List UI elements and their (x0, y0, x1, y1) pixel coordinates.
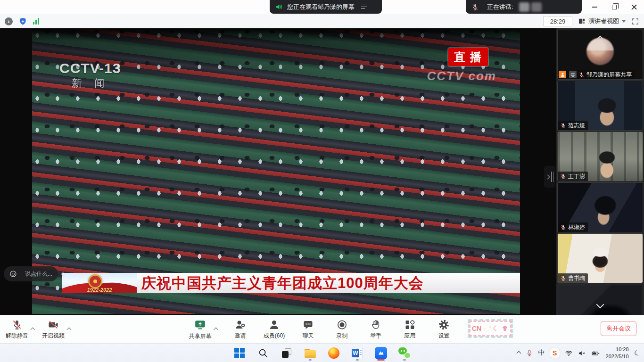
maximize-button[interactable] (604, 0, 624, 14)
participant-name: 范志煜 (568, 122, 585, 130)
quick-chat-bar: 说点什么... (4, 266, 66, 281)
cctv-channel-watermark: CCTV-13 新 闻 (59, 60, 121, 90)
shared-screen-video: CCTV-13 新 闻 直播 CCTV com 1922-2022 庆祝中国共产… (32, 29, 520, 314)
meeting-info-icon[interactable]: i (5, 17, 13, 25)
muted-mic-icon (560, 275, 566, 281)
close-button[interactable] (624, 0, 644, 14)
camera-off-icon (48, 319, 59, 330)
sidebar-collapse-handle[interactable] (544, 166, 555, 188)
raise-hand-icon (371, 319, 382, 330)
title-bar: 您正在观看邹乃潇的屏幕 正在讲话: (0, 0, 644, 14)
avatar (586, 38, 614, 65)
view-mode-dropdown[interactable]: 演讲者视图 (578, 17, 626, 25)
participant-name: 曹书珣 (568, 274, 585, 282)
chat-button[interactable]: 聊天 (297, 316, 320, 343)
live-badge: 直播 (448, 48, 488, 66)
share-screen-button[interactable]: 共享屏幕 (189, 316, 212, 343)
window-controls (585, 0, 644, 14)
word-button[interactable]: W (349, 345, 365, 361)
leave-meeting-button[interactable]: 离开会议 (601, 321, 636, 336)
start-button[interactable] (231, 345, 248, 361)
word-icon: W (352, 347, 363, 359)
task-view-icon (282, 348, 291, 358)
meeting-app-icon (375, 347, 387, 359)
watching-banner-label: 您正在观看邹乃潇的屏幕 (287, 3, 355, 11)
chevron-right-icon (545, 174, 550, 179)
wechat-button[interactable] (396, 345, 413, 361)
settings-button[interactable]: 设置 (433, 316, 455, 343)
volume-muted-icon[interactable] (578, 349, 586, 357)
share-screen-icon (194, 319, 206, 331)
task-view-button[interactable] (279, 345, 295, 361)
watching-screen-banner[interactable]: 您正在观看邹乃潇的屏幕 (270, 0, 382, 14)
time: 10:28 (606, 346, 629, 353)
meeting-app-button[interactable] (373, 345, 389, 361)
youth-league-emblem-badge: 1922-2022 (62, 273, 137, 293)
emblem-icon (88, 274, 102, 288)
participant-tile[interactable] (558, 285, 643, 315)
participant-name: 王丁澎 (568, 173, 585, 181)
ime-skin-panel[interactable]: CN 。 1 ☾ (468, 319, 513, 338)
muted-mic-icon (560, 123, 566, 129)
minimize-button[interactable] (585, 0, 604, 14)
participant-tile[interactable]: 王丁澎 (558, 132, 643, 181)
speaking-avatars (519, 2, 542, 12)
mic-options-chevron[interactable] (31, 327, 35, 332)
participant-tile-presenter[interactable]: 邹乃潇的屏幕共享 (558, 30, 643, 79)
members-button[interactable]: 成员(60) (263, 316, 286, 343)
apps-grid-icon (405, 319, 416, 330)
ime-mode-indicator[interactable]: 中 (538, 349, 545, 357)
banner-menu-icon[interactable] (361, 5, 367, 9)
emoji-icon[interactable] (9, 270, 17, 278)
wechat-icon (398, 347, 411, 359)
speaking-indicator: 正在讲话: (466, 0, 582, 14)
search-icon (258, 348, 268, 358)
chevron-left-icon (61, 272, 66, 276)
speaker-icon (275, 3, 283, 11)
security-shield-icon[interactable] (18, 17, 27, 26)
participant-tile[interactable]: 范志煜 (558, 81, 643, 130)
muted-mic-icon (560, 224, 566, 230)
battery-icon[interactable] (591, 349, 601, 357)
file-explorer-button[interactable] (302, 345, 318, 361)
share-options-chevron[interactable] (214, 327, 218, 332)
participant-tile[interactable]: 曹书珣 (558, 234, 643, 283)
video-options-chevron[interactable] (67, 327, 72, 332)
participant-name: 邹乃潇的屏幕共享 (586, 71, 632, 79)
windows-logo-icon (234, 348, 245, 358)
invite-icon (235, 319, 246, 330)
divider (483, 4, 483, 10)
raise-hand-button[interactable]: 举手 (365, 316, 388, 343)
presenter-icon (559, 71, 566, 78)
tray-mic-icon[interactable] (526, 349, 533, 357)
muted-mic-icon (578, 72, 585, 78)
meeting-info-bar: i 28:29 演讲者视图 (0, 14, 644, 28)
chevron-down-icon (622, 20, 626, 23)
taskbar-clock[interactable]: 10:28 2022/5/10 (606, 346, 629, 360)
do-not-disturb-moon-icon[interactable]: ☾ (633, 348, 642, 358)
participant-tile[interactable]: 林湘婷 (558, 183, 643, 232)
record-button[interactable]: 录制 (331, 316, 354, 343)
muted-mic-icon (11, 319, 23, 330)
apps-button[interactable]: 应用 (399, 316, 421, 343)
broadcast-caption-banner: 1922-2022 庆祝中国共产主义青年团成立100周年大会 (62, 273, 520, 293)
participant-name: 林湘婷 (568, 223, 585, 231)
muted-mic-icon (471, 3, 479, 11)
chat-collapse-button[interactable] (60, 268, 66, 280)
invite-button[interactable]: 邀请 (229, 316, 252, 343)
firefox-button[interactable] (326, 345, 342, 361)
sogou-icon[interactable]: S (550, 348, 560, 358)
quick-chat-input[interactable]: 说点什么... (4, 266, 58, 281)
network-signal-icon[interactable] (33, 18, 39, 25)
caption-title: 庆祝中国共产主义青年团成立100周年大会 (141, 273, 424, 293)
wifi-icon[interactable] (565, 349, 573, 357)
start-video-button[interactable]: 开启视频 (42, 316, 65, 343)
search-button[interactable] (255, 345, 271, 361)
meeting-toolbar: 解除静音 开启视频 (0, 315, 644, 343)
tray-expand-chevron[interactable] (517, 352, 520, 355)
anniversary-years: 1922-2022 (62, 287, 137, 293)
unmute-button[interactable]: 解除静音 (6, 316, 28, 343)
muted-mic-icon (560, 173, 566, 180)
drag-grip-icon (551, 172, 553, 182)
fullscreen-icon[interactable] (631, 17, 639, 25)
